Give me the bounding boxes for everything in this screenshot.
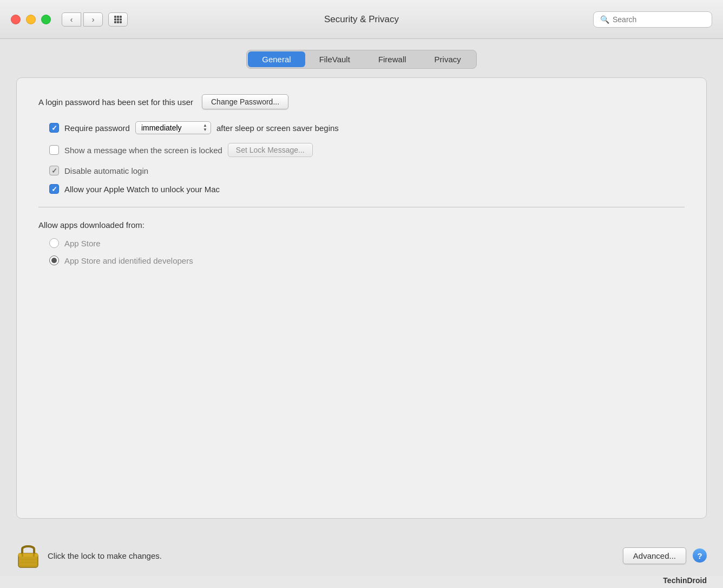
svg-rect-15 — [18, 565, 38, 566]
radio-app-store-button[interactable] — [49, 238, 59, 248]
download-section: Allow apps downloaded from: App Store Ap… — [38, 220, 685, 265]
tab-general[interactable]: General — [248, 51, 305, 67]
password-timing-dropdown[interactable]: immediately ▲ ▼ — [135, 121, 211, 134]
show-message-row: Show a message when the screen is locked… — [49, 143, 685, 157]
svg-rect-14 — [18, 562, 38, 563]
traffic-lights — [11, 15, 51, 24]
radio-app-store: App Store — [49, 238, 685, 248]
grid-button[interactable] — [108, 12, 128, 27]
change-password-button[interactable]: Change Password... — [202, 94, 288, 109]
watermark: TechinDroid — [0, 576, 723, 588]
tabs: General FileVault Firewall Privacy — [246, 50, 477, 69]
password-label: A login password has been set for this u… — [38, 97, 193, 107]
disable-login-row: Disable automatic login — [49, 166, 685, 175]
lock-icon[interactable] — [16, 541, 40, 570]
search-icon: 🔍 — [600, 15, 609, 24]
dropdown-value: immediately — [141, 123, 182, 132]
require-password-label-before: Require password — [64, 123, 130, 133]
settings-panel: A login password has been set for this u… — [16, 77, 707, 519]
svg-rect-1 — [117, 16, 119, 18]
disable-login-label: Disable automatic login — [64, 166, 148, 175]
close-button[interactable] — [11, 15, 21, 24]
svg-rect-2 — [120, 16, 122, 18]
advanced-button[interactable]: Advanced... — [623, 547, 686, 564]
svg-rect-11 — [22, 553, 23, 557]
download-title: Allow apps downloaded from: — [38, 220, 685, 230]
svg-rect-6 — [114, 21, 116, 23]
radio-app-store-label: App Store — [64, 239, 101, 248]
maximize-button[interactable] — [41, 15, 51, 24]
require-password-checkbox[interactable] — [49, 123, 59, 133]
disable-login-checkbox[interactable] — [49, 166, 59, 175]
back-button[interactable]: ‹ — [62, 12, 81, 27]
bottom-bar: Click the lock to make changes. Advanced… — [0, 535, 723, 576]
svg-rect-13 — [18, 559, 38, 560]
options-section: Require password immediately ▲ ▼ after s… — [49, 121, 685, 194]
search-box[interactable]: 🔍 — [593, 11, 712, 28]
apple-watch-row: Allow your Apple Watch to unlock your Ma… — [49, 184, 685, 194]
nav-buttons: ‹ › — [62, 12, 103, 27]
forward-button[interactable]: › — [83, 12, 103, 27]
window-title: Security & Privacy — [324, 14, 399, 25]
require-password-label-after: after sleep or screen saver begins — [216, 123, 339, 133]
search-input[interactable] — [613, 15, 705, 24]
lock-text: Click the lock to make changes. — [48, 551, 162, 560]
bottom-right: Advanced... ? — [623, 547, 707, 564]
radio-app-store-identified-button[interactable] — [49, 256, 59, 265]
radio-group: App Store App Store and identified devel… — [49, 238, 685, 265]
svg-rect-12 — [33, 553, 35, 557]
show-message-label: Show a message when the screen is locked — [64, 146, 222, 155]
set-lock-message-button[interactable]: Set Lock Message... — [228, 143, 313, 157]
tab-firewall[interactable]: Firewall — [364, 51, 420, 67]
password-row: A login password has been set for this u… — [38, 94, 685, 109]
require-password-row: Require password immediately ▲ ▼ after s… — [49, 121, 685, 134]
svg-rect-8 — [120, 21, 122, 23]
svg-rect-7 — [117, 21, 119, 23]
main-content: General FileVault Firewall Privacy A log… — [0, 39, 723, 535]
apple-watch-checkbox[interactable] — [49, 184, 59, 194]
tabs-container: General FileVault Firewall Privacy — [16, 50, 707, 69]
svg-rect-5 — [120, 18, 122, 21]
radio-app-store-identified: App Store and identified developers — [49, 256, 685, 265]
help-button[interactable]: ? — [693, 548, 707, 563]
divider — [38, 207, 685, 207]
tab-privacy[interactable]: Privacy — [420, 51, 475, 67]
show-message-checkbox[interactable] — [49, 145, 59, 155]
svg-rect-3 — [114, 18, 116, 21]
radio-app-store-identified-label: App Store and identified developers — [64, 256, 193, 265]
apple-watch-label: Allow your Apple Watch to unlock your Ma… — [64, 185, 220, 194]
dropdown-chevrons: ▲ ▼ — [203, 123, 207, 132]
tab-filevault[interactable]: FileVault — [305, 51, 364, 67]
svg-rect-0 — [114, 16, 116, 18]
minimize-button[interactable] — [26, 15, 36, 24]
titlebar: ‹ › Security & Privacy 🔍 — [0, 0, 723, 39]
svg-rect-4 — [117, 18, 119, 21]
